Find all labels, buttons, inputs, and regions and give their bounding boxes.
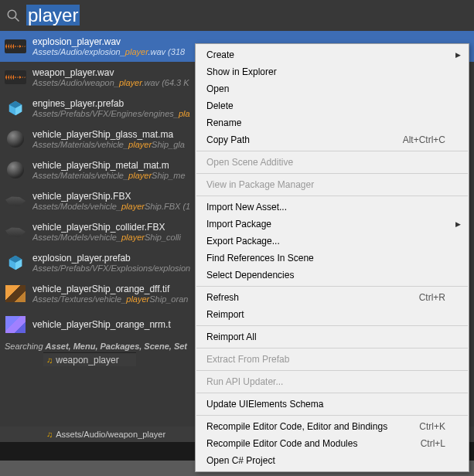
menu-separator bbox=[196, 196, 468, 196]
result-path: Assets/Models/vehicle_playerShip.FBX (1 bbox=[32, 202, 190, 211]
result-path: Assets/Audio/explosion_player.wav (318 bbox=[32, 47, 185, 56]
result-thumb bbox=[5, 97, 26, 119]
breadcrumb-path: Assets/Audio/weapon_player bbox=[56, 430, 165, 439]
result-title: weapon_player.wav bbox=[32, 67, 189, 78]
result-title: vehicle_playerShip_metal_mat.m bbox=[32, 160, 186, 171]
menu-label: Refresh bbox=[206, 292, 239, 303]
menu-separator bbox=[196, 173, 468, 174]
menu-item[interactable]: Show in Explorer bbox=[196, 63, 469, 80]
result-path: Assets/Prefabs/VFX/Explosions/explosion bbox=[32, 264, 190, 273]
result-path: Assets/Materials/vehicle_playerShip_me bbox=[32, 171, 186, 180]
result-path: Assets/Materials/vehicle_playerShip_gla bbox=[32, 140, 185, 149]
menu-label: Update UIElements Schema bbox=[206, 399, 323, 410]
menu-label: Import New Asset... bbox=[206, 202, 287, 212]
menu-item: View in Package Manager bbox=[196, 176, 469, 193]
menu-item[interactable]: RefreshCtrl+R bbox=[196, 289, 469, 306]
menu-item[interactable]: Import Package▶ bbox=[196, 216, 469, 233]
result-title: engines_player.prefab bbox=[32, 98, 190, 109]
menu-item[interactable]: Recompile Editor Code, Editor and Bindin… bbox=[196, 418, 469, 435]
result-title: vehicle_playerShip_glass_mat.ma bbox=[32, 129, 185, 140]
menu-label: Find References In Scene bbox=[206, 253, 314, 264]
menu-item[interactable]: Open bbox=[196, 80, 469, 97]
result-thumb bbox=[5, 66, 26, 88]
search-input[interactable]: player bbox=[26, 5, 181, 26]
menu-item[interactable]: Delete bbox=[196, 97, 469, 114]
menu-item[interactable]: Reimport All bbox=[196, 328, 469, 345]
menu-item[interactable]: Recompile Editor Code and ModulesCtrl+L bbox=[196, 435, 469, 452]
result-thumb bbox=[5, 128, 26, 150]
menu-separator bbox=[196, 348, 468, 348]
result-title: vehicle_playerShip_orange_dff.tif bbox=[32, 284, 188, 294]
menu-item: Open Scene Additive bbox=[196, 154, 469, 171]
menu-label: Import Package bbox=[206, 219, 271, 230]
result-text: vehicle_playerShip_collider.FBXAssets/Mo… bbox=[32, 222, 181, 242]
result-text: explosion_player.prefabAssets/Prefabs/VF… bbox=[32, 253, 190, 273]
search-bar: player bbox=[0, 0, 474, 31]
menu-separator bbox=[196, 151, 468, 151]
result-thumb bbox=[5, 221, 26, 243]
menu-shortcut: Ctrl+L bbox=[421, 438, 445, 449]
menu-item[interactable]: Copy PathAlt+Ctrl+C bbox=[196, 131, 469, 148]
chevron-right-icon: ▶ bbox=[455, 51, 461, 59]
menu-label: Delete bbox=[206, 100, 234, 111]
menu-label: Create bbox=[206, 49, 234, 60]
menu-item[interactable]: Export Package... bbox=[196, 233, 469, 250]
menu-item[interactable]: Update UIElements Schema bbox=[196, 396, 469, 413]
menu-item: Run API Updater... bbox=[196, 373, 469, 390]
menu-label: Run API Updater... bbox=[206, 376, 283, 387]
menu-item[interactable]: Reimport bbox=[196, 306, 469, 323]
result-text: explosion_player.wavAssets/Audio/explosi… bbox=[32, 36, 185, 56]
menu-label: Select Dependencies bbox=[206, 270, 294, 280]
menu-item[interactable]: Import New Asset... bbox=[196, 199, 469, 216]
svg-line-1 bbox=[15, 17, 19, 21]
result-text: vehicle_playerShip_orange_dff.tifAssets/… bbox=[32, 284, 188, 304]
menu-label: Reimport bbox=[206, 309, 244, 320]
menu-shortcut: Alt+Ctrl+C bbox=[403, 134, 445, 145]
result-text: engines_player.prefabAssets/Prefabs/VFX/… bbox=[32, 98, 190, 118]
result-path: Assets/Audio/weapon_player.wav (64.3 K bbox=[32, 78, 189, 87]
menu-item[interactable]: Create▶ bbox=[196, 46, 469, 63]
menu-separator bbox=[196, 370, 468, 371]
menu-shortcut: Ctrl+R bbox=[419, 292, 445, 303]
context-menu: Create▶Show in ExplorerOpenDeleteRenameC… bbox=[195, 43, 469, 472]
svg-point-0 bbox=[8, 10, 16, 19]
result-path: Assets/Textures/vehicle_playerShip_oran bbox=[32, 294, 188, 304]
result-title: vehicle_playerShip.FBX bbox=[32, 191, 190, 202]
menu-label: Extract From Prefab bbox=[206, 354, 289, 365]
result-text: vehicle_playerShip_glass_mat.maAssets/Ma… bbox=[32, 129, 185, 149]
chevron-right-icon: ▶ bbox=[455, 220, 461, 228]
result-thumb bbox=[5, 159, 26, 181]
menu-item[interactable]: Open C# Project bbox=[196, 452, 469, 469]
menu-label: Recompile Editor Code and Modules bbox=[206, 438, 357, 449]
menu-separator bbox=[196, 286, 468, 287]
menu-label: Rename bbox=[206, 117, 241, 128]
menu-label: Export Package... bbox=[206, 236, 280, 246]
menu-label: Open C# Project bbox=[206, 455, 275, 466]
menu-item[interactable]: Rename bbox=[196, 114, 469, 131]
menu-item[interactable]: Find References In Scene bbox=[196, 250, 469, 267]
menu-label: Reimport All bbox=[206, 332, 257, 342]
result-path: Assets/Models/vehicle_playerShip_colli bbox=[32, 233, 181, 242]
result-title: explosion_player.prefab bbox=[32, 253, 190, 264]
result-thumb bbox=[5, 190, 26, 212]
menu-separator bbox=[196, 325, 468, 326]
menu-shortcut: Ctrl+K bbox=[419, 421, 445, 432]
menu-item: Extract From Prefab bbox=[196, 351, 469, 368]
result-thumb bbox=[5, 36, 26, 57]
result-text: vehicle_playerShip.FBXAssets/Models/vehi… bbox=[32, 191, 190, 211]
result-title: vehicle_playerShip_collider.FBX bbox=[32, 222, 181, 233]
menu-label: Show in Explorer bbox=[206, 66, 277, 77]
result-title: explosion_player.wav bbox=[32, 36, 185, 47]
result-title: vehicle_playerShip_orange_nrm.t bbox=[32, 319, 171, 330]
audio-icon: ♫ bbox=[46, 355, 53, 365]
menu-label: Recompile Editor Code, Editor and Bindin… bbox=[206, 421, 387, 432]
result-thumb bbox=[5, 283, 26, 304]
menu-label: Open Scene Additive bbox=[206, 157, 293, 168]
menu-separator bbox=[196, 393, 468, 393]
preview-tab[interactable]: ♫ weapon_player bbox=[43, 352, 136, 366]
result-thumb bbox=[5, 252, 26, 274]
menu-label: Copy Path bbox=[206, 134, 250, 145]
menu-label: Open bbox=[206, 83, 229, 94]
menu-separator bbox=[196, 415, 468, 416]
menu-item[interactable]: Select Dependencies bbox=[196, 267, 469, 284]
